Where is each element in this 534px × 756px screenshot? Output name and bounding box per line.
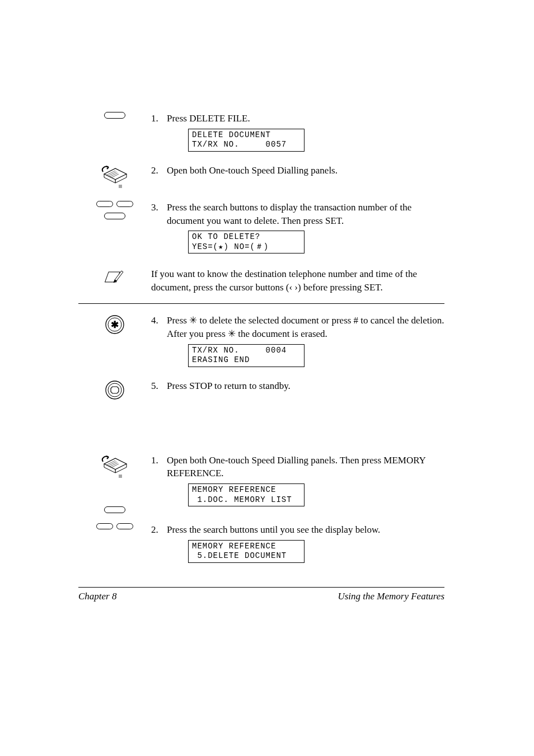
step-content: 1. Press DELETE FILE. DELETE DOCUMENT TX… — [151, 112, 444, 152]
star-symbol: ✳ — [228, 328, 236, 339]
step-number: 5. — [151, 379, 167, 393]
icon-col — [78, 267, 151, 284]
step-number: 3. — [151, 201, 167, 214]
step-content: 2. Open both One-touch Speed Dialling pa… — [151, 164, 444, 177]
icon-col — [78, 164, 151, 189]
search-button-icon — [116, 523, 133, 529]
step-2: 2. Open both One-touch Speed Dialling pa… — [78, 164, 444, 189]
svg-point-4 — [108, 383, 121, 397]
icon-col — [78, 379, 151, 401]
step-text: Press the search buttons until you see t… — [167, 523, 444, 537]
step-1: 1. Press DELETE FILE. DELETE DOCUMENT TX… — [78, 112, 444, 152]
icon-col — [78, 112, 151, 119]
lcd-display: TX/RX NO. 0004 ERASING END — [188, 344, 305, 367]
panels-icon — [100, 454, 130, 478]
step-text: Open both One-touch Speed Dialling panel… — [167, 454, 444, 481]
s2-step-2: 2. Press the search buttons until you se… — [78, 523, 444, 563]
footer-chapter: Chapter 8 — [78, 591, 116, 602]
icon-col — [78, 523, 151, 529]
lcd-display: OK TO DELETE? YES=(★) NO=(＃) — [188, 231, 305, 253]
step-number: 2. — [151, 523, 167, 537]
star-symbol: ✳ — [189, 315, 197, 326]
svg-point-3 — [106, 381, 124, 399]
step-3: 3. Press the search buttons to display t… — [78, 201, 444, 254]
step-content: 1. Open both One-touch Speed Dialling pa… — [151, 454, 444, 507]
step-content: 2. Press the search buttons until you se… — [151, 523, 444, 563]
step-text: Press the search buttons to display the … — [167, 201, 444, 228]
step-number: 1. — [151, 454, 167, 467]
panels-icon — [100, 164, 130, 189]
footer-title: Using the Memory Features — [338, 591, 444, 602]
step-text: Press STOP to return to standby. — [167, 379, 444, 393]
note-pencil-icon — [105, 267, 125, 284]
stop-key-icon — [104, 379, 125, 401]
lcd-display: MEMORY REFERENCE 5.DELETE DOCUMENT — [188, 540, 305, 563]
step-content: 3. Press the search buttons to display t… — [151, 201, 444, 254]
star-key-icon: ✱ — [104, 314, 125, 335]
lcd-display: DELETE DOCUMENT TX/RX NO. 0057 — [188, 129, 305, 152]
step-5: 5. Press STOP to return to standby. — [78, 379, 444, 401]
note-content: If you want to know the destination tele… — [151, 267, 444, 294]
s2-step-1: 1. Open both One-touch Speed Dialling pa… — [78, 454, 444, 507]
step-number: 1. — [151, 112, 167, 125]
icon-col: ✱ — [78, 314, 151, 335]
step-content: 5. Press STOP to return to standby. — [151, 379, 444, 393]
lcd-display: MEMORY REFERENCE 1.DOC. MEMORY LIST — [188, 483, 305, 506]
button-icon — [104, 112, 125, 119]
icon-col — [78, 201, 151, 219]
step-text-part: Press — [167, 315, 189, 326]
step-number: 2. — [151, 164, 167, 177]
search-button-icon — [96, 523, 113, 529]
svg-text:✱: ✱ — [111, 320, 119, 330]
set-button-icon — [104, 213, 125, 219]
step-content: 4. Press ✳ to delete the selected docume… — [151, 314, 444, 367]
step-text-part: the document is erased. — [236, 328, 327, 339]
icon-col — [78, 454, 151, 478]
search-button-icon — [116, 201, 133, 207]
note-text: If you want to know the destination tele… — [151, 267, 444, 294]
button-icon — [104, 506, 125, 513]
page-footer: Chapter 8 Using the Memory Features — [78, 587, 444, 602]
step-text: Press DELETE FILE. — [167, 112, 444, 125]
note-block: If you want to know the destination tele… — [78, 267, 444, 304]
step-number: 4. — [151, 314, 167, 327]
search-button-icon — [96, 201, 113, 207]
step-4: ✱ 4. Press ✳ to delete the selected docu… — [78, 314, 444, 367]
step-text: Open both One-touch Speed Dialling panel… — [167, 164, 444, 177]
svg-marker-5 — [111, 387, 119, 393]
